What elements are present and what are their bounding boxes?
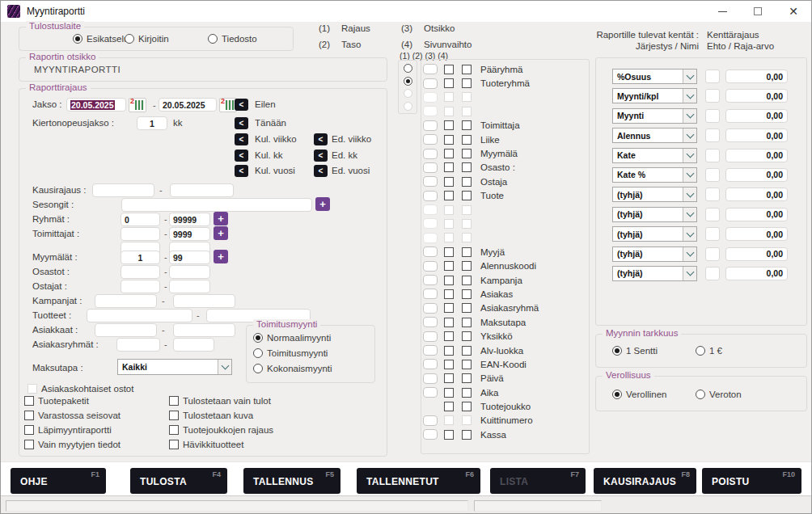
condition-field[interactable] bbox=[705, 149, 720, 162]
osastot-to-field[interactable] bbox=[169, 265, 210, 279]
limit-value-field[interactable]: 0,00 bbox=[725, 208, 788, 221]
field-dropdown[interactable]: %Osuus bbox=[612, 69, 697, 84]
sivunvaihto-checkbox[interactable] bbox=[462, 318, 472, 327]
condition-field[interactable] bbox=[705, 70, 720, 83]
condition-field[interactable] bbox=[705, 89, 720, 103]
radio-tiedosto[interactable]: Tiedosto bbox=[208, 34, 257, 44]
otsikko-checkbox[interactable] bbox=[444, 247, 454, 257]
field-dropdown[interactable]: (tyhjä) bbox=[612, 266, 697, 281]
otsikko-checkbox[interactable] bbox=[444, 191, 454, 200]
kausirajaus-to-field[interactable] bbox=[170, 183, 234, 197]
action-button[interactable]: OHJE F1 bbox=[11, 468, 106, 494]
ryhmat-from-field[interactable]: 0 bbox=[121, 213, 160, 226]
otsikko-checkbox[interactable] bbox=[444, 78, 454, 88]
sivunvaihto-checkbox[interactable] bbox=[462, 107, 472, 116]
condition-field[interactable] bbox=[705, 227, 720, 241]
sivunvaihto-checkbox[interactable] bbox=[462, 303, 472, 313]
limit-value-field[interactable]: 0,00 bbox=[725, 168, 788, 182]
otsikko-checkbox[interactable] bbox=[444, 162, 454, 172]
row-color-button[interactable] bbox=[423, 303, 438, 314]
taso-radio-row[interactable] bbox=[399, 100, 417, 113]
ryhmat-add-button[interactable]: + bbox=[214, 212, 228, 225]
sivunvaihto-checkbox[interactable] bbox=[462, 135, 472, 145]
otsikko-checkbox[interactable] bbox=[444, 205, 454, 215]
myymalat-to-field[interactable]: 99 bbox=[169, 251, 210, 264]
taso-radio-row[interactable] bbox=[399, 62, 417, 75]
row-color-button[interactable] bbox=[423, 218, 438, 229]
radio-veroton[interactable]: Veroton bbox=[696, 390, 742, 399]
ed-vuosi-button[interactable]: < bbox=[314, 165, 328, 177]
tuotteet-from-field[interactable] bbox=[87, 309, 192, 322]
chevron-down-icon[interactable] bbox=[683, 267, 696, 280]
sivunvaihto-checkbox[interactable] bbox=[462, 149, 472, 158]
checkbox-row[interactable]: Varastossa seisovat bbox=[24, 408, 121, 423]
action-button[interactable]: KAUSIRAJAUS F8 bbox=[594, 468, 696, 494]
condition-field[interactable] bbox=[705, 109, 720, 123]
field-dropdown[interactable]: (tyhjä) bbox=[612, 187, 697, 202]
limit-value-field[interactable]: 0,00 bbox=[725, 89, 788, 103]
kampanjat-from-field[interactable] bbox=[95, 294, 157, 308]
ed-viikko-button[interactable]: < bbox=[314, 133, 328, 145]
sivunvaihto-checkbox[interactable] bbox=[462, 402, 472, 411]
chevron-down-icon[interactable] bbox=[683, 109, 696, 123]
limit-value-field[interactable]: 0,00 bbox=[725, 109, 788, 123]
chevron-down-icon[interactable] bbox=[683, 187, 696, 201]
limit-value-field[interactable]: 0,00 bbox=[725, 247, 788, 261]
otsikko-checkbox[interactable] bbox=[444, 373, 454, 383]
toimittajat-from-field[interactable] bbox=[121, 227, 160, 241]
kampanjat-to-field[interactable] bbox=[173, 294, 235, 308]
field-dropdown[interactable]: Alennus bbox=[612, 128, 697, 143]
limit-value-field[interactable]: 0,00 bbox=[725, 149, 788, 162]
asiakasryhmat-to-field[interactable] bbox=[173, 338, 214, 352]
otsikko-checkbox[interactable] bbox=[444, 276, 454, 285]
otsikko-checkbox[interactable] bbox=[444, 360, 454, 369]
radio-normaalimyynti[interactable]: Normaalimyynti bbox=[253, 333, 331, 343]
otsikko-checkbox[interactable] bbox=[444, 65, 454, 74]
field-dropdown[interactable]: Myynti/kpl bbox=[612, 88, 697, 103]
otsikko-checkbox[interactable] bbox=[444, 219, 454, 229]
chevron-down-icon[interactable] bbox=[683, 227, 696, 241]
sivunvaihto-checkbox[interactable] bbox=[462, 191, 472, 200]
chevron-down-icon[interactable] bbox=[683, 168, 696, 182]
field-dropdown[interactable]: (tyhjä) bbox=[612, 246, 697, 262]
radio-toimitusmyynti[interactable]: Toimitusmyynti bbox=[253, 348, 328, 358]
radio-kirjoitin[interactable]: Kirjoitin bbox=[125, 34, 169, 44]
taso-radio-row[interactable] bbox=[399, 75, 417, 88]
checkbox-row[interactable]: Tuotepaketit bbox=[24, 394, 121, 408]
maximize-button[interactable] bbox=[740, 1, 776, 22]
tanaan-button[interactable]: < bbox=[235, 117, 248, 129]
condition-field[interactable] bbox=[705, 208, 720, 221]
row-color-button[interactable] bbox=[423, 149, 438, 159]
radio-esikatselu[interactable]: Esikatselu bbox=[73, 34, 129, 44]
radio-verollinen[interactable]: Verollinen bbox=[612, 390, 667, 399]
condition-field[interactable] bbox=[705, 128, 720, 142]
row-color-button[interactable] bbox=[423, 204, 438, 215]
checkbox-row[interactable]: Tulostetaan kuva bbox=[169, 408, 273, 423]
row-color-button[interactable] bbox=[423, 246, 438, 257]
sivunvaihto-checkbox[interactable] bbox=[462, 177, 472, 187]
asiakasryhmat-from-field[interactable] bbox=[116, 338, 160, 352]
chevron-down-icon[interactable] bbox=[683, 70, 696, 83]
close-button[interactable]: ✕ bbox=[776, 1, 811, 22]
sivunvaihto-checkbox[interactable] bbox=[462, 78, 472, 88]
chevron-down-icon[interactable] bbox=[218, 360, 231, 374]
field-dropdown[interactable]: (tyhjä) bbox=[612, 226, 697, 242]
otsikko-checkbox[interactable] bbox=[444, 346, 454, 356]
kul-vuosi-button[interactable]: < bbox=[235, 165, 248, 177]
date-picker-icon[interactable]: 2 bbox=[129, 98, 146, 112]
osastot-from-field[interactable] bbox=[121, 265, 160, 279]
kul-viikko-button[interactable]: < bbox=[235, 133, 248, 145]
chevron-down-icon[interactable] bbox=[683, 89, 696, 103]
jakso-from-field[interactable]: 20.05.2025 bbox=[66, 98, 126, 112]
otsikko-checkbox[interactable] bbox=[444, 177, 454, 187]
taso-radio-row[interactable] bbox=[399, 87, 417, 100]
sivunvaihto-checkbox[interactable] bbox=[462, 65, 472, 74]
row-color-button[interactable] bbox=[423, 92, 438, 103]
chevron-down-icon[interactable] bbox=[683, 208, 696, 221]
chevron-down-icon[interactable] bbox=[683, 149, 696, 162]
otsikko-checkbox[interactable] bbox=[444, 289, 454, 299]
maksutapa-dropdown[interactable]: Kaikki bbox=[117, 359, 232, 375]
condition-field[interactable] bbox=[705, 168, 720, 182]
field-dropdown[interactable]: Kate % bbox=[612, 167, 697, 183]
otsikko-checkbox[interactable] bbox=[444, 303, 454, 313]
